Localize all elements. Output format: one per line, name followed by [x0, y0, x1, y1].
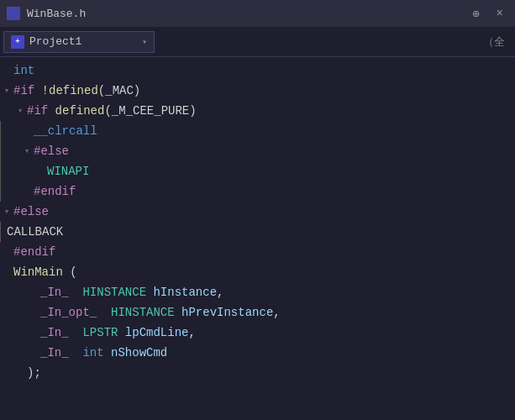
plain-comma3: ,: [188, 323, 195, 343]
project-name: Project1: [29, 35, 81, 48]
code-line-12: _In_ HINSTANCE hInstance,: [0, 282, 515, 302]
code-line-5: ▾ #else: [0, 141, 515, 161]
plain-sp4: [175, 302, 181, 323]
fold-icon-3[interactable]: ▾: [20, 144, 34, 158]
dropdown-bar: + Project1 ▾ （全: [0, 27, 515, 57]
type-lpstr: LPSTR: [82, 323, 118, 343]
type-hinstance2: HINSTANCE: [111, 302, 175, 323]
code-line-1: int: [0, 60, 515, 81]
param-hinstance: hInstance: [153, 282, 217, 302]
type-hinstance1: HINSTANCE: [82, 282, 146, 302]
dropdown-arrow-icon: ▾: [142, 37, 147, 47]
plain-sp5: [69, 323, 83, 343]
code-line-9: CALLBACK: [0, 222, 515, 242]
plain-paren: (: [63, 262, 77, 282]
code-line-16: );: [0, 363, 515, 383]
plain-comma1: ,: [217, 282, 223, 302]
fold-icon-2[interactable]: ▾: [13, 104, 27, 118]
code-line-6: ▾ WINAPI: [0, 161, 515, 181]
project-icon: +: [11, 35, 24, 49]
close-button[interactable]: ×: [491, 5, 508, 22]
annot-in2: _In_: [40, 323, 69, 343]
project-dropdown[interactable]: + Project1 ▾: [3, 31, 155, 53]
annot-inopt: _In_opt_: [40, 302, 97, 323]
code-line-13: _In_opt_ HINSTANCE hPrevInstance,: [0, 302, 515, 323]
preproc-else1: #else: [34, 141, 69, 161]
keyword-int: int: [13, 60, 34, 81]
preproc-if2: #if: [27, 101, 55, 121]
preproc-if1: #if: [13, 81, 42, 101]
plain-sp3: [97, 302, 111, 323]
param-lpcmd: lpCmdLine: [125, 323, 189, 343]
plain-1: (_MAC): [98, 81, 140, 101]
preproc-else2: #else: [13, 202, 49, 222]
code-line-10: #endif: [0, 242, 515, 262]
annot-in1: _In_: [40, 282, 69, 302]
param-hprev: hPrevInstance: [181, 302, 273, 323]
plain-sp2: [146, 282, 153, 302]
code-line-2: ▾ #if !defined(_MAC): [0, 81, 515, 101]
kw-int2: int: [82, 343, 103, 363]
code-line-4: __clrcall: [0, 121, 515, 141]
plain-2: (_M_CEE_PURE): [104, 101, 196, 121]
func-winmain: WinMain: [13, 262, 63, 282]
code-area: int ▾ #if !defined(_MAC) ▾ #if defined(_…: [0, 57, 515, 386]
callback-label: CALLBACK: [7, 222, 63, 242]
plain-sp1: [69, 282, 83, 302]
kw-clrcall: __clrcall: [34, 121, 97, 141]
code-line-7: #endif: [0, 181, 515, 202]
pin-button[interactable]: ⊕: [467, 5, 484, 23]
filename-label: WinBase.h: [27, 8, 460, 20]
code-line-11: WinMain (: [0, 262, 515, 282]
fold-icon-1[interactable]: ▾: [0, 84, 13, 97]
code-line-15: _In_ int nShowCmd: [0, 343, 515, 363]
title-bar: WinBase.h ⊕ ×: [0, 0, 515, 27]
preproc-endif1: #endif: [34, 181, 76, 202]
kw-defined1: !defined: [42, 81, 98, 101]
fold-icon-4[interactable]: ▾: [0, 205, 13, 218]
plain-sp7: [69, 343, 83, 363]
plain-comma2: ,: [273, 302, 280, 323]
file-icon: [7, 7, 20, 20]
code-line-8: ▾ #else: [0, 202, 515, 222]
plain-sp6: [118, 323, 124, 343]
closing-paren: );: [27, 363, 41, 383]
plain-sp8: [104, 343, 111, 363]
winapi-label: WINAPI: [47, 161, 89, 181]
right-label: （全: [483, 34, 512, 50]
code-line-3: ▾ #if defined(_M_CEE_PURE): [0, 101, 515, 121]
kw-defined2: defined: [55, 101, 105, 121]
code-line-14: _In_ LPSTR lpCmdLine,: [0, 323, 515, 343]
preproc-endif2: #endif: [13, 242, 55, 262]
param-nshow: nShowCmd: [111, 343, 167, 363]
annot-in3: _In_: [40, 343, 69, 363]
